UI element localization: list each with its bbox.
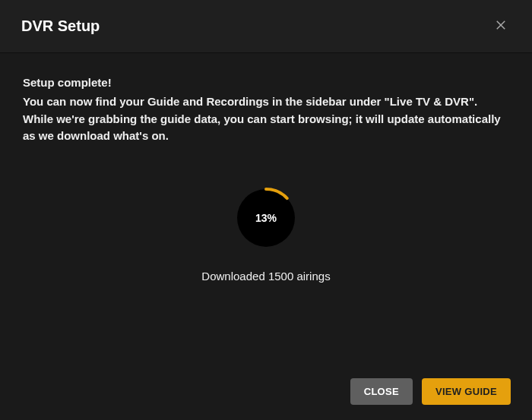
setup-complete-heading: Setup complete!: [23, 76, 509, 89]
progress-status-text: Downloaded 1500 airings: [201, 270, 330, 283]
dvr-setup-modal: DVR Setup Setup complete! You can now fi…: [0, 0, 532, 420]
close-footer-button[interactable]: CLOSE: [350, 378, 413, 405]
close-button[interactable]: [491, 15, 511, 37]
modal-footer: CLOSE VIEW GUIDE: [0, 363, 532, 420]
progress-percent-label: 13%: [255, 212, 277, 224]
modal-title: DVR Setup: [21, 17, 100, 35]
modal-header: DVR Setup: [0, 0, 532, 53]
progress-area: 13% Downloaded 1500 airings: [23, 188, 509, 283]
setup-complete-description: You can now find your Guide and Recordin…: [23, 93, 509, 145]
progress-ring: 13%: [236, 188, 296, 248]
close-icon: [494, 18, 508, 34]
view-guide-button[interactable]: VIEW GUIDE: [422, 378, 511, 405]
modal-body: Setup complete! You can now find your Gu…: [0, 53, 532, 363]
